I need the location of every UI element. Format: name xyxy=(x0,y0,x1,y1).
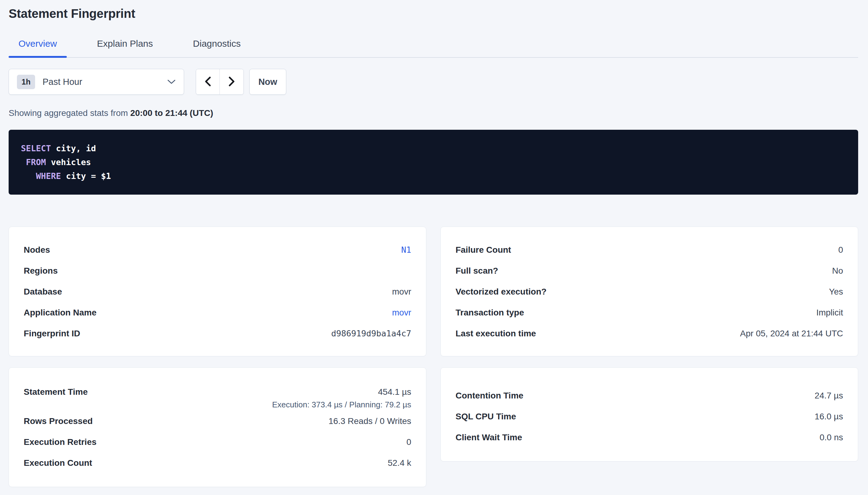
row-label: Full scan? xyxy=(456,264,498,278)
row-label: Statement Time xyxy=(24,385,88,399)
sql-cpu-time-value: 16.0 µs xyxy=(815,410,843,423)
row-label: Last execution time xyxy=(456,326,536,340)
interval-arrow-group xyxy=(196,69,244,95)
row-label: Fingerprint ID xyxy=(24,326,80,340)
chevron-down-icon xyxy=(167,79,176,85)
table-row: Rows Processed 16.3 Reads / 0 Writes xyxy=(24,410,411,431)
last-execution-time-value: Apr 05, 2024 at 21:44 UTC xyxy=(740,326,843,340)
resource-usage-card: Contention Time 24.7 µs SQL CPU Time 16.… xyxy=(440,368,858,461)
sql-line: WHERE city = $1 xyxy=(21,169,846,183)
now-button[interactable]: Now xyxy=(249,69,286,95)
database-value: movr xyxy=(392,285,411,298)
chevron-right-icon xyxy=(228,76,235,88)
sql-indent xyxy=(21,171,36,181)
tab-explain-plans[interactable]: Explain Plans xyxy=(87,38,163,57)
table-row: Transaction type Implicit xyxy=(456,302,843,323)
rows-processed-value: 16.3 Reads / 0 Writes xyxy=(328,414,411,428)
statement-time-value: 454.1 µs xyxy=(378,385,411,399)
sql-line: FROM vehicles xyxy=(21,155,846,169)
client-wait-time-value: 0.0 ns xyxy=(820,430,843,444)
nodes-link[interactable]: N1 xyxy=(401,243,411,257)
sql-keyword: FROM xyxy=(26,157,46,167)
time-picker-controls: 1h Past Hour Now xyxy=(9,69,858,95)
caption-time-range: 20:00 to 21:44 (UTC) xyxy=(130,108,213,118)
tab-diagnostics[interactable]: Diagnostics xyxy=(183,38,250,57)
row-label: Execution Retries xyxy=(24,435,97,449)
sql-text: city, id xyxy=(51,143,96,153)
table-row: Nodes N1 xyxy=(24,239,411,260)
table-row: Database movr xyxy=(24,281,411,302)
aggregated-stats-caption: Showing aggregated stats from 20:00 to 2… xyxy=(9,108,858,118)
table-row: Client Wait Time 0.0 ns xyxy=(456,427,843,448)
table-row: Last execution time Apr 05, 2024 at 21:4… xyxy=(456,323,843,344)
row-label: Client Wait Time xyxy=(456,430,522,444)
statement-details-card: Nodes N1 Regions Database movr Applicati… xyxy=(9,227,426,356)
statement-time-breakdown: Execution: 373.4 µs / Planning: 79.2 µs xyxy=(272,399,411,410)
table-row: Execution Count 52.4 k xyxy=(24,452,411,473)
vectorized-execution-value: Yes xyxy=(829,285,843,298)
row-label: Nodes xyxy=(24,243,50,257)
table-row: Failure Count 0 xyxy=(456,239,843,260)
sql-keyword: SELECT xyxy=(21,143,51,153)
row-label: Contention Time xyxy=(456,389,523,403)
sql-keyword: WHERE xyxy=(36,171,61,181)
table-row: Execution Retries 0 xyxy=(24,431,411,452)
statement-times-card: Statement Time 454.1 µs Execution: 373.4… xyxy=(9,368,426,487)
prev-interval-button[interactable] xyxy=(196,69,220,95)
row-label: SQL CPU Time xyxy=(456,410,516,423)
sql-text: vehicles xyxy=(46,157,91,167)
table-row: Statement Time 454.1 µs Execution: 373.4… xyxy=(24,385,411,410)
contention-time-value: 24.7 µs xyxy=(815,389,843,403)
time-range-dropdown[interactable]: 1h Past Hour xyxy=(9,69,184,95)
chevron-left-icon xyxy=(204,76,211,88)
statement-time-value-stack: 454.1 µs Execution: 373.4 µs / Planning:… xyxy=(272,385,411,410)
table-row: Application Name movr xyxy=(24,302,411,323)
row-label: Regions xyxy=(24,264,58,278)
sql-text: city = $1 xyxy=(61,171,111,181)
table-row: Vectorized execution? Yes xyxy=(456,281,843,302)
next-interval-button[interactable] xyxy=(220,69,244,95)
row-label: Application Name xyxy=(24,306,96,320)
row-label: Transaction type xyxy=(456,306,524,320)
table-row: Regions xyxy=(24,260,411,281)
sql-statement-box: SELECT city, id FROM vehicles WHERE city… xyxy=(9,130,858,194)
tab-overview[interactable]: Overview xyxy=(9,38,67,57)
table-row: Contention Time 24.7 µs xyxy=(456,385,843,406)
fingerprint-id-value: d986919d9ba1a4c7 xyxy=(331,326,411,340)
row-label: Rows Processed xyxy=(24,414,93,428)
transaction-type-value: Implicit xyxy=(816,306,843,320)
caption-prefix: Showing aggregated stats from xyxy=(9,108,130,118)
row-label: Failure Count xyxy=(456,243,511,257)
sql-line: SELECT city, id xyxy=(21,141,846,155)
time-range-label: Past Hour xyxy=(43,77,82,87)
table-row: Fingerprint ID d986919d9ba1a4c7 xyxy=(24,323,411,344)
row-label: Vectorized execution? xyxy=(456,285,547,298)
execution-attributes-card: Failure Count 0 Full scan? No Vectorized… xyxy=(440,227,858,356)
table-row: Full scan? No xyxy=(456,260,843,281)
execution-retries-value: 0 xyxy=(406,435,411,449)
statement-fingerprint-page: Statement Fingerprint Overview Explain P… xyxy=(0,0,868,487)
page-title: Statement Fingerprint xyxy=(9,6,858,21)
row-label: Database xyxy=(24,285,62,298)
table-row: SQL CPU Time 16.0 µs xyxy=(456,406,843,427)
sql-indent xyxy=(21,157,26,167)
full-scan-value: No xyxy=(832,264,843,278)
application-name-link[interactable]: movr xyxy=(392,306,411,320)
tab-bar: Overview Explain Plans Diagnostics xyxy=(9,38,858,58)
row-label: Execution Count xyxy=(24,456,92,470)
execution-count-value: 52.4 k xyxy=(388,456,411,470)
interval-badge: 1h xyxy=(17,75,35,89)
summary-cards-grid: Nodes N1 Regions Database movr Applicati… xyxy=(9,227,858,487)
failure-count-value: 0 xyxy=(838,243,843,257)
